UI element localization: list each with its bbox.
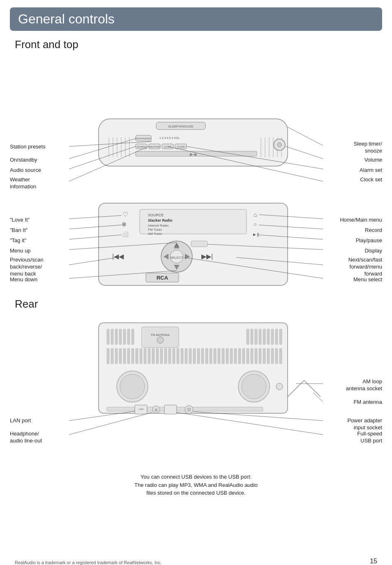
svg-rect-96: [279, 329, 282, 345]
svg-text:SOURCE: SOURCE: [148, 213, 164, 217]
svg-text:⌂: ⌂: [254, 211, 257, 218]
front-top-diagram: Station presets On/standby Audio source …: [0, 55, 392, 294]
svg-rect-128: [234, 348, 237, 364]
svg-point-87: [157, 337, 164, 343]
svg-text:♡: ♡: [122, 211, 128, 218]
svg-rect-110: [160, 348, 163, 364]
svg-rect-133: [255, 348, 257, 364]
svg-text:WEATHER: WEATHER: [149, 146, 160, 148]
page-title: General controls: [18, 12, 374, 27]
svg-rect-123: [214, 348, 216, 364]
usb-note: You can connect USB devices to the USB p…: [114, 473, 278, 497]
svg-rect-131: [247, 348, 249, 364]
page-number: 15: [370, 558, 377, 565]
svg-text:SELECT: SELECT: [170, 256, 183, 259]
svg-line-35: [288, 127, 323, 146]
svg-rect-129: [238, 348, 241, 364]
svg-rect-139: [279, 348, 282, 364]
svg-rect-135: [263, 348, 265, 364]
rear-title: Rear: [15, 298, 392, 310]
svg-line-154: [304, 380, 321, 397]
svg-rect-81: [119, 329, 122, 345]
svg-rect-126: [226, 348, 228, 364]
svg-rect-109: [156, 348, 159, 364]
svg-rect-104: [136, 348, 138, 364]
svg-rect-84: [131, 329, 134, 345]
svg-line-160: [177, 412, 323, 435]
svg-rect-99: [115, 348, 118, 364]
svg-rect-121: [205, 348, 208, 364]
svg-rect-107: [148, 348, 150, 364]
svg-text:⬜: ⬜: [122, 231, 129, 238]
svg-rect-100: [119, 348, 122, 364]
svg-rect-112: [168, 348, 171, 364]
svg-text:AM Tuner: AM Tuner: [148, 232, 162, 236]
svg-line-36: [286, 146, 323, 159]
svg-text:FM ANTENNA: FM ANTENNA: [151, 333, 169, 336]
svg-rect-101: [123, 348, 126, 364]
rear-diagram: LAN port Headphone/audio line-out AM loo…: [0, 315, 392, 471]
svg-rect-91: [259, 329, 261, 345]
svg-rect-119: [197, 348, 200, 364]
svg-text:○: ○: [254, 221, 257, 227]
svg-point-141: [120, 374, 145, 399]
svg-point-143: [242, 374, 266, 399]
svg-rect-116: [185, 348, 187, 364]
svg-rect-120: [201, 348, 204, 364]
page-header: General controls: [10, 7, 382, 31]
svg-rect-88: [247, 329, 249, 345]
svg-text:Ω: Ω: [155, 408, 158, 412]
svg-text:ALARM: ALARM: [177, 146, 185, 148]
svg-rect-114: [177, 348, 179, 364]
svg-rect-122: [210, 348, 212, 364]
svg-text:|◀◀: |◀◀: [112, 253, 124, 260]
svg-line-153: [288, 380, 304, 397]
svg-rect-132: [251, 348, 253, 364]
svg-rect-83: [127, 329, 130, 345]
svg-rect-117: [189, 348, 191, 364]
svg-text:Internet Radio: Internet Radio: [148, 224, 169, 227]
svg-rect-108: [152, 348, 154, 364]
svg-rect-103: [131, 348, 134, 364]
footer-trademark: RealAudio is a trademark or a registered…: [15, 560, 162, 565]
svg-rect-98: [111, 348, 113, 364]
svg-rect-130: [242, 348, 245, 364]
rear-svg: FM ANTENNA: [0, 315, 392, 471]
svg-rect-111: [164, 348, 167, 364]
svg-rect-94: [271, 329, 274, 345]
svg-text:FM Tuner: FM Tuner: [148, 228, 162, 232]
svg-rect-134: [259, 348, 261, 364]
svg-text:Slacker Radio: Slacker Radio: [148, 218, 173, 222]
svg-rect-106: [144, 348, 146, 364]
svg-rect-80: [115, 329, 118, 345]
svg-rect-95: [275, 329, 278, 345]
svg-text:1  2  3  4  5  4  VOL: 1 2 3 4 5 4 VOL: [159, 137, 180, 139]
svg-rect-61: [191, 241, 208, 247]
svg-rect-137: [271, 348, 274, 364]
svg-rect-149: [164, 405, 177, 414]
svg-rect-102: [127, 348, 130, 364]
svg-rect-92: [263, 329, 265, 345]
svg-rect-118: [193, 348, 196, 364]
svg-text:SOURCE: SOURCE: [136, 146, 146, 148]
svg-rect-138: [275, 348, 278, 364]
svg-point-30: [277, 143, 281, 147]
svg-rect-82: [123, 329, 126, 345]
svg-text:⊗: ⊗: [122, 221, 127, 227]
front-top-title: Front and top: [15, 38, 392, 51]
front-top-svg: SLEEP/SNOOZE ON/STANDBY 1 2 3 4 5 4 VOL …: [0, 55, 392, 294]
svg-rect-113: [173, 348, 175, 364]
svg-rect-90: [255, 329, 257, 345]
svg-rect-115: [181, 348, 183, 364]
svg-rect-78: [107, 329, 109, 345]
svg-rect-89: [251, 329, 253, 345]
svg-text:SLEEP/SNOOZE: SLEEP/SNOOZE: [168, 125, 194, 128]
svg-text:▶▶|: ▶▶|: [201, 253, 213, 260]
svg-rect-127: [230, 348, 233, 364]
svg-point-152: [276, 383, 283, 390]
svg-rect-136: [267, 348, 270, 364]
svg-rect-97: [107, 348, 109, 364]
svg-text:LAN: LAN: [138, 408, 143, 410]
svg-text:►||: ►||: [252, 232, 259, 237]
svg-rect-79: [111, 329, 113, 345]
